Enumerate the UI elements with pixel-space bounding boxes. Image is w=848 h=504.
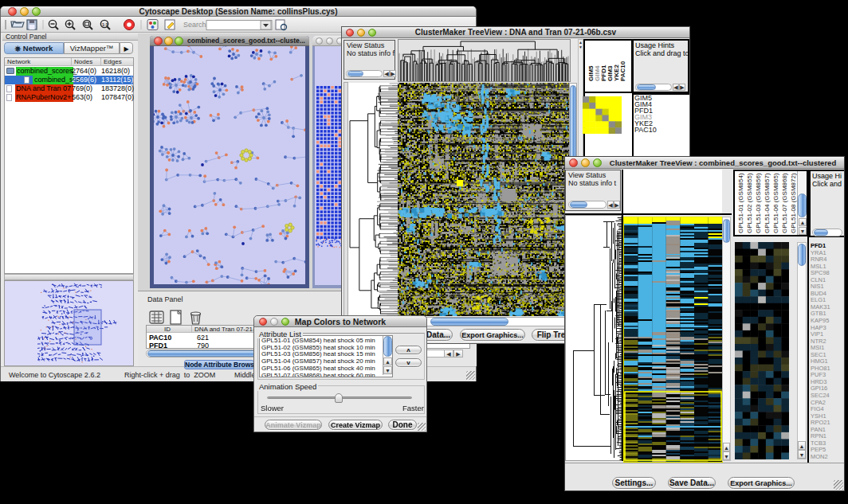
svg-text:1:1: 1:1: [102, 22, 108, 27]
svg-text:Search:: Search:: [183, 21, 208, 29]
